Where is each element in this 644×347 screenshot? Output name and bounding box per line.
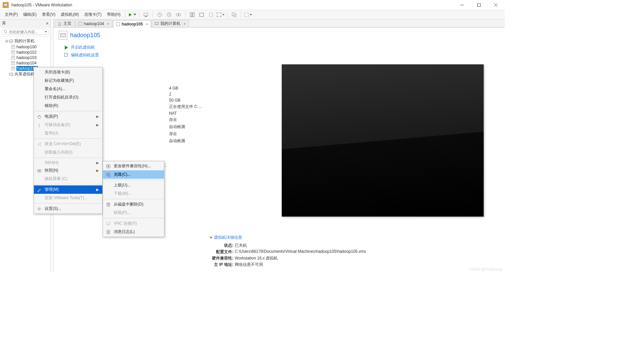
- menu-item: 发送 Ctrl+Alt+Del(E): [34, 140, 102, 148]
- menu-file[interactable]: 文件(F): [2, 10, 20, 19]
- library-search-input[interactable]: [8, 30, 45, 34]
- menu-item[interactable]: 移除(R): [34, 102, 102, 110]
- snapshot-revert-button[interactable]: [165, 11, 173, 18]
- menu-item[interactable]: 重命名(A)...: [34, 85, 102, 93]
- menu-item-label: 权限(P)...: [114, 210, 161, 216]
- menu-vm[interactable]: 虚拟机(M): [58, 10, 82, 19]
- menu-item[interactable]: 克隆(C)...: [103, 170, 164, 179]
- vnc-icon: [106, 221, 111, 226]
- vm-icon: [11, 61, 15, 65]
- start-vm-link[interactable]: 开启此虚拟机: [59, 44, 144, 51]
- tree-vm-hadoop102[interactable]: hadoop102: [1, 50, 50, 55]
- menu-item-label: 关闭选项卡(B): [45, 69, 99, 75]
- tree-root-my-computer[interactable]: ⊟我的计算机: [1, 38, 50, 44]
- app-icon: [3, 2, 9, 8]
- tab-close-icon[interactable]: ×: [146, 22, 148, 26]
- hw-display: 自动检测: [169, 138, 185, 144]
- tab-hadoop105[interactable]: hadoop105×: [113, 20, 151, 27]
- power-on-button[interactable]: [128, 11, 136, 18]
- menu-item: 安装 VMware Tools(T)...: [34, 194, 102, 202]
- vm-name: hadoop105: [70, 32, 100, 39]
- hw-icon: [106, 164, 111, 169]
- edit-vm-link[interactable]: 编辑虚拟机设置: [59, 51, 144, 59]
- menu-item-label: 从磁盘中删除(D): [114, 201, 161, 207]
- menu-view[interactable]: 查看(V): [39, 10, 58, 19]
- svg-rect-45: [108, 166, 109, 167]
- maximize-button[interactable]: [474, 2, 484, 8]
- menu-item[interactable]: 关闭选项卡(B): [34, 68, 102, 76]
- menu-item[interactable]: 标记为收藏项(F): [34, 76, 102, 85]
- menu-item[interactable]: 快照(N)▶: [34, 166, 102, 175]
- power-icon: [37, 114, 42, 119]
- window-title: hadoop105 - VMware Workstation: [11, 3, 457, 7]
- vm-title: hadoop105: [59, 31, 144, 40]
- svg-point-10: [178, 13, 181, 16]
- library-close-icon[interactable]: ×: [46, 21, 49, 26]
- tabbar: 主页 hadoop104× hadoop105× 我的计算机×: [53, 19, 505, 27]
- view-fit-button[interactable]: [207, 11, 215, 18]
- menu-item-label: 移除(R): [45, 103, 99, 109]
- tab-home[interactable]: 主页: [55, 20, 74, 27]
- send-cad-button[interactable]: [142, 11, 150, 18]
- view-console-button[interactable]: [244, 11, 252, 18]
- svg-rect-6: [145, 16, 147, 17]
- menu-help[interactable]: 帮助(H): [104, 10, 123, 19]
- menu-item-label: 重命名(A)...: [45, 86, 99, 92]
- library-search[interactable]: [1, 29, 49, 35]
- menu-edit[interactable]: 编辑(E): [20, 10, 39, 19]
- shared-icon: [9, 72, 13, 76]
- usb-icon: [37, 123, 42, 127]
- search-dropdown-icon[interactable]: [45, 31, 47, 33]
- svg-marker-36: [65, 46, 68, 50]
- view-unity-button[interactable]: [230, 11, 238, 18]
- svg-rect-15: [232, 13, 235, 15]
- submenu-arrow-icon: ▶: [96, 123, 99, 127]
- tab-close-icon[interactable]: ×: [107, 22, 109, 26]
- view-fullscreen-button[interactable]: [216, 11, 224, 18]
- settings-icon: [37, 207, 42, 211]
- menu-item-label: 标记为收藏项(F): [45, 78, 99, 83]
- close-button[interactable]: [491, 2, 501, 8]
- menu-item[interactable]: 上载(U)...: [103, 181, 164, 189]
- view-single-button[interactable]: [198, 11, 206, 18]
- watermark: CSDN @Yt.Monody: [470, 267, 503, 271]
- snapshot-take-button[interactable]: [156, 11, 164, 18]
- menu-item-label: 发送 Ctrl+Alt+Del(E): [45, 141, 99, 147]
- menu-item: SSH(H)▶: [34, 159, 102, 166]
- view-thumbnails-button[interactable]: [188, 11, 196, 18]
- play-icon: [64, 45, 69, 50]
- svg-point-8: [167, 13, 171, 17]
- vm-large-icon: [59, 31, 67, 40]
- menu-item-label: 上载(U)...: [114, 182, 161, 188]
- tree-vm-hadoop100[interactable]: hadoop100: [1, 44, 50, 50]
- tab-hadoop104[interactable]: hadoop104×: [75, 20, 112, 27]
- tab-my-computer[interactable]: 我的计算机×: [152, 20, 189, 27]
- tab-close-icon[interactable]: ×: [183, 22, 185, 26]
- snapshot-manager-button[interactable]: [174, 11, 182, 18]
- library-header: 库 ×: [0, 19, 51, 27]
- menu-item[interactable]: 从磁盘中删除(D): [103, 200, 164, 209]
- tree-vm-hadoop104[interactable]: hadoop104: [1, 60, 50, 66]
- svg-rect-35: [155, 22, 158, 24]
- minimize-button[interactable]: [457, 2, 467, 8]
- menu-item[interactable]: 设置(S)...: [34, 205, 102, 213]
- details-header[interactable]: ▼虚拟机详细信息: [209, 235, 366, 240]
- menu-tabs[interactable]: 选项卡(T): [82, 10, 104, 19]
- vm-context-menu: 关闭选项卡(B)标记为收藏项(F)重命名(A)...打开虚拟机目录(O)移除(R…: [34, 67, 103, 214]
- menu-item: 暂停(U): [34, 129, 102, 137]
- menu-item[interactable]: 电源(P)▶: [34, 112, 102, 121]
- menubar: 文件(F) 编辑(E) 查看(V) 虚拟机(M) 选项卡(T) 帮助(H): [0, 10, 505, 19]
- vm-details: ▼虚拟机详细信息 状态:已关机 配置文件:C:\Users\86178\Docu…: [209, 235, 366, 268]
- menu-item[interactable]: 更改硬件兼容性(H)...: [103, 162, 164, 170]
- menu-item[interactable]: 打开虚拟机目录(O): [34, 93, 102, 102]
- hw-disk: 50 GB: [169, 98, 180, 103]
- tree-vm-hadoop103[interactable]: hadoop103: [1, 55, 50, 60]
- menu-item-label: 抓取输入内容(I): [45, 150, 99, 155]
- svg-rect-14: [209, 13, 213, 16]
- menu-item-label: 设置(S)...: [45, 206, 99, 212]
- vm-screen-thumbnail: [282, 64, 484, 217]
- menu-item[interactable]: 管理(M)▶: [34, 185, 102, 194]
- svg-rect-22: [12, 46, 14, 47]
- menu-item[interactable]: 消息日志(L): [103, 228, 164, 236]
- menu-item-label: 管理(M): [45, 187, 87, 192]
